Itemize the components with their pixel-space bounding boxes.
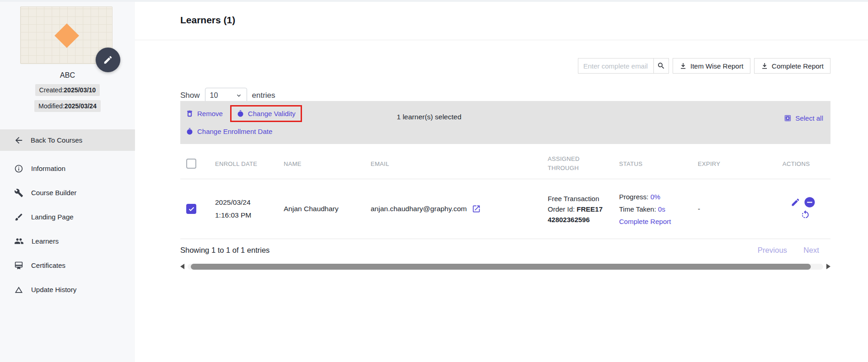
complete-report-label: Complete Report xyxy=(772,62,824,70)
download-icon xyxy=(679,62,687,69)
scrollbar-thumb[interactable] xyxy=(191,264,811,270)
progress-value: 0% xyxy=(650,193,660,201)
diamond-shape xyxy=(54,23,79,48)
top-strip xyxy=(0,0,868,2)
sidebar-item-label: Landing Page xyxy=(31,213,74,221)
table-row: 2025/03/24 1:16:03 PM Anjan Chaudhary an… xyxy=(180,179,830,239)
enroll-date-cell: 2025/03/24 1:16:03 PM xyxy=(215,196,284,222)
time-taken-line: Time Taken: 0s xyxy=(619,203,698,215)
reset-progress-icon[interactable] xyxy=(800,210,810,220)
selection-actions-row2: Change Enrollment Date xyxy=(186,128,272,135)
check-icon xyxy=(188,206,195,213)
search-input[interactable] xyxy=(578,58,654,74)
previous-button[interactable]: Previous xyxy=(758,246,787,255)
created-badge: Created:2025/03/10 xyxy=(35,84,100,96)
assigned-through-cell: Free Transaction Order Id: FREE174280236… xyxy=(548,193,606,225)
actions-cell xyxy=(782,196,830,222)
learner-email: anjan.chaudhary@graphy.com xyxy=(371,205,467,213)
people-icon xyxy=(14,236,24,246)
sidebar-item-learners[interactable]: Learners xyxy=(0,229,135,253)
col-assigned-through: ASSIGNED THROUGH xyxy=(548,154,599,173)
open-in-new-icon[interactable] xyxy=(472,204,481,213)
change-validity-label: Change Validity xyxy=(248,110,296,117)
sidebar-item-label: Course Builder xyxy=(31,189,76,197)
col-name: NAME xyxy=(284,160,371,167)
page: ABC Created:2025/03/10 Modified:2025/03/… xyxy=(0,0,868,362)
expiry-value: - xyxy=(698,205,782,213)
table-header-row: ENROLL DATE NAME EMAIL ASSIGNED THROUGH … xyxy=(180,149,830,179)
download-icon xyxy=(761,62,768,69)
row-checkbox[interactable] xyxy=(186,204,196,214)
scroll-left-arrow[interactable] xyxy=(180,264,184,269)
change-enrollment-date-button[interactable]: Change Enrollment Date xyxy=(186,128,272,135)
course-title: ABC xyxy=(0,71,135,80)
course-meta: Created:2025/03/10 Modified:2025/03/24 xyxy=(0,84,135,112)
col-enroll-date: ENROLL DATE xyxy=(215,160,284,167)
pagination: Previous Next xyxy=(758,246,830,255)
select-all-button[interactable]: Select all xyxy=(784,114,823,122)
remove-button[interactable]: Remove xyxy=(186,110,223,117)
learner-name: Anjan Chaudhary xyxy=(284,205,371,213)
sidebar-item-landing-page[interactable]: Landing Page xyxy=(0,205,135,229)
sidebar-item-label: Update History xyxy=(31,286,76,293)
item-wise-report-label: Item Wise Report xyxy=(690,62,744,70)
time-taken-value: 0s xyxy=(658,205,665,213)
scroll-right-arrow[interactable] xyxy=(826,264,830,269)
sidebar-item-course-builder[interactable]: Course Builder xyxy=(0,181,135,205)
info-icon xyxy=(14,164,23,173)
sidebar-item-information[interactable]: Information xyxy=(0,156,135,181)
back-to-courses-label: Back To Courses xyxy=(31,136,82,144)
enroll-date: 2025/03/24 xyxy=(215,196,284,209)
top-actions-row: Item Wise Report Complete Report xyxy=(180,58,830,74)
page-title: Learners (1) xyxy=(180,15,235,26)
showing-entries-text: Showing 1 to 1 of 1 entries xyxy=(180,246,270,255)
next-button[interactable]: Next xyxy=(803,246,819,255)
triangle-icon xyxy=(14,285,23,294)
sidebar-item-certificates[interactable]: Certificates xyxy=(0,253,135,277)
sidebar-item-label: Certificates xyxy=(31,261,65,269)
certificate-icon xyxy=(14,261,23,270)
progress-line: Progress: 0% xyxy=(619,191,698,203)
modified-badge: Modified:2025/03/24 xyxy=(34,100,101,112)
row-complete-report-link[interactable]: Complete Report xyxy=(619,215,698,228)
pencil-icon xyxy=(103,55,113,65)
selection-toolbar: Remove Change Validity 1 learner(s) sele… xyxy=(180,101,830,144)
trash-icon xyxy=(186,110,194,117)
sidebar-item-label: Learners xyxy=(32,237,59,245)
wrench-icon xyxy=(14,188,23,197)
sidebar-nav: Information Course Builder Landing Page … xyxy=(0,156,135,302)
email-cell: anjan.chaudhary@graphy.com xyxy=(371,204,548,213)
learners-table: ENROLL DATE NAME EMAIL ASSIGNED THROUGH … xyxy=(180,149,830,239)
change-validity-button[interactable]: Change Validity xyxy=(230,105,302,122)
table-footer: Showing 1 to 1 of 1 entries Previous Nex… xyxy=(180,246,830,255)
sidebar-item-update-history[interactable]: Update History xyxy=(0,277,135,302)
search-group xyxy=(578,58,669,74)
sidebar: ABC Created:2025/03/10 Modified:2025/03/… xyxy=(0,0,135,362)
scrollbar-track[interactable] xyxy=(188,264,823,270)
remove-label: Remove xyxy=(197,110,223,117)
main-content: Learners (1) Item Wise Report xyxy=(135,0,868,362)
brush-icon xyxy=(14,213,23,222)
col-email: EMAIL xyxy=(371,160,548,167)
page-size-value: 10 xyxy=(210,91,218,100)
chevron-down-icon xyxy=(236,92,242,99)
enroll-time: 1:16:03 PM xyxy=(215,209,284,222)
back-to-courses[interactable]: Back To Courses xyxy=(0,129,135,151)
search-icon xyxy=(657,62,665,70)
remove-learner-icon[interactable] xyxy=(803,196,816,208)
horizontal-scrollbar xyxy=(180,263,830,270)
select-all-checkbox[interactable] xyxy=(186,159,196,169)
arrow-left-icon xyxy=(14,135,24,145)
edit-course-button[interactable] xyxy=(96,48,120,72)
selected-count-text: 1 learner(s) selected xyxy=(397,113,461,121)
col-status: STATUS xyxy=(619,160,698,167)
col-actions: ACTIONS xyxy=(782,160,830,167)
main-header: Learners (1) xyxy=(135,0,868,40)
sidebar-item-label: Information xyxy=(31,165,65,172)
search-button[interactable] xyxy=(653,58,669,74)
complete-report-button[interactable]: Complete Report xyxy=(754,58,830,74)
status-cell: Progress: 0% Time Taken: 0s Complete Rep… xyxy=(619,191,698,228)
show-label: Show xyxy=(180,91,200,100)
item-wise-report-button[interactable]: Item Wise Report xyxy=(673,58,750,74)
edit-learner-icon[interactable] xyxy=(791,197,800,207)
